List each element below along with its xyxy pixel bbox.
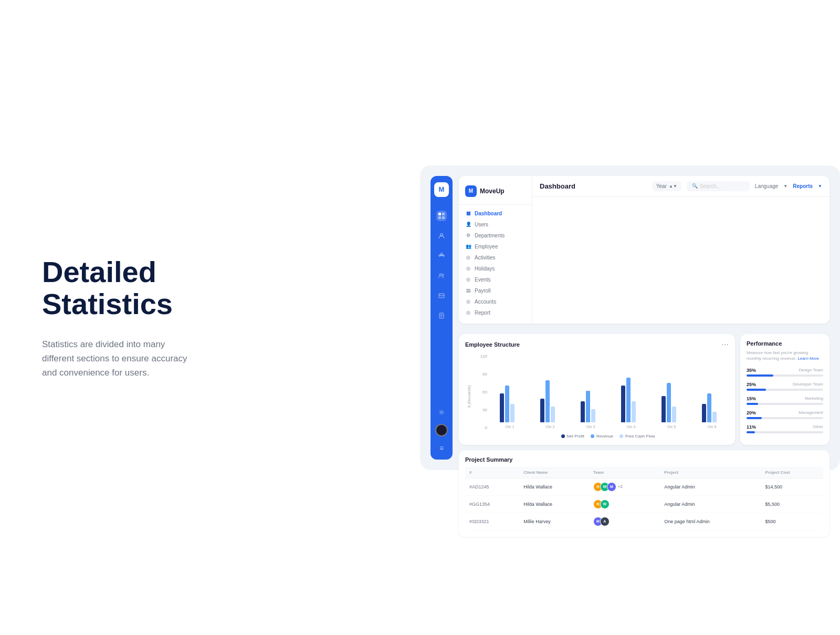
nav-brand: M MoveUp <box>459 181 532 205</box>
emp-nav-icon: 👥 <box>465 244 471 249</box>
nav-item-activities[interactable]: ◎ Activities <box>459 252 532 263</box>
row-3-project: One page html Admin <box>660 513 761 530</box>
svg-point-17 <box>440 411 443 413</box>
nav-item-dashboard[interactable]: ▦ Dashboard <box>459 208 532 219</box>
page-wrapper: Detailed Statistics Statistics are divid… <box>0 0 840 635</box>
bar-group-1: Otc 1 <box>500 386 514 429</box>
legend-revenue: Revenue <box>591 434 613 439</box>
bar-rev-1 <box>505 386 509 422</box>
sidebar-logo: M <box>434 182 449 197</box>
year-filter[interactable]: Year ▲▼ <box>652 181 681 191</box>
y-axis: 120 90 60 30 0 <box>472 354 487 439</box>
dashboard-card: M ≡ <box>420 165 840 470</box>
col-client: Client Name <box>519 467 589 478</box>
table-section: Project Summary # Client Name Team Proje… <box>459 450 830 537</box>
row-3-team: M A <box>589 513 660 530</box>
bar-fcf-4 <box>632 401 636 422</box>
nav-sidebar: M MoveUp ▦ Dashboard 👤 Users ⚙ Departmen… <box>459 176 532 324</box>
nav-item-events[interactable]: ◎ Events <box>459 274 532 285</box>
perf-item-design: 35% Design Team <box>747 368 823 377</box>
perf-bar-bg-dev <box>747 389 823 391</box>
nav-item-report[interactable]: ◎ Report <box>459 307 532 318</box>
perf-bar-fill-management <box>747 417 762 419</box>
bar-group-5: Otc 5 <box>662 383 676 429</box>
sidebar-icon-users[interactable] <box>436 231 447 241</box>
avatar-2-2: W <box>600 499 610 509</box>
legend-dot-rev <box>591 434 594 438</box>
bar-net-6 <box>702 404 706 422</box>
bar-set-2 <box>540 380 555 422</box>
bar-fcf-3 <box>591 409 595 422</box>
language-selector[interactable]: Language <box>755 183 779 189</box>
nav-brand-icon: M <box>465 185 477 197</box>
row-1-client: Hilda Wallace <box>519 478 589 495</box>
nav-item-users[interactable]: 👤 Users <box>459 219 532 230</box>
avatar-3-2: A <box>600 517 610 526</box>
svg-point-11 <box>442 274 444 275</box>
sidebar-avatar[interactable] <box>435 424 448 436</box>
nav-item-departments[interactable]: ⚙ Departments <box>459 230 532 241</box>
sidebar-icon-settings[interactable] <box>436 407 447 418</box>
bar-rev-2 <box>545 380 550 422</box>
bar-label-1: Otc 1 <box>506 425 514 429</box>
perf-item-dev: 25% Developer Team <box>747 382 823 391</box>
dashboard-nav-icon: ▦ <box>465 211 471 216</box>
sidebar-icon-docs[interactable] <box>436 310 447 321</box>
learn-more-link[interactable]: Learn More <box>797 356 819 361</box>
nav-item-accounts[interactable]: ◎ Accounts <box>459 296 532 307</box>
table-title: Project Summary <box>465 456 823 463</box>
sidebar-icon-inbox[interactable] <box>436 290 447 301</box>
bar-set-6 <box>702 393 717 422</box>
chart-menu-icon[interactable]: ⋯ <box>721 340 729 349</box>
perf-bar-fill-other <box>747 431 755 433</box>
legend-dot-net <box>561 434 565 438</box>
bar-rev-5 <box>667 383 671 422</box>
y-axis-label: $ (thousands) <box>467 385 471 408</box>
performance-section: Performance Measure how fast you're grow… <box>740 334 830 445</box>
row-1-team: H W M +2 <box>589 478 660 495</box>
row-1-project: Angular Admin <box>660 478 761 495</box>
perf-title: Performance <box>747 340 823 347</box>
nav-brand-name: MoveUp <box>480 188 505 195</box>
bar-set-5 <box>662 383 676 422</box>
chart-header: Employee Structure ⋯ <box>465 340 729 349</box>
bar-net-2 <box>540 399 544 422</box>
bar-label-5: Otc 5 <box>667 425 676 429</box>
sidebar-icon-employee[interactable] <box>436 270 447 281</box>
bar-set-3 <box>581 391 595 422</box>
nav-item-employee[interactable]: 👥 Employee <box>459 241 532 252</box>
top-bar: Dashboard Year ▲▼ 🔍 Search... Language ▼… <box>532 176 830 197</box>
legend-dot-fcf <box>620 434 623 438</box>
perf-item-marketing: 15% Marketing <box>747 396 823 405</box>
perf-bar-fill-marketing <box>747 403 758 405</box>
bar-set-1 <box>500 386 514 422</box>
row-3-cost: $500 <box>761 513 823 530</box>
table-head: # Client Name Team Project Project Cost <box>465 467 823 478</box>
acc-nav-icon: ◎ <box>465 299 471 304</box>
chart-title: Employee Structure <box>465 341 520 348</box>
bar-fcf-6 <box>712 412 717 422</box>
perf-item-other: 11% Other <box>747 424 823 433</box>
col-team: Team <box>589 467 660 478</box>
perf-bar-bg-other <box>747 431 823 433</box>
reports-button[interactable]: Reports <box>793 183 813 189</box>
chart-bars-container: Otc 1 Otc 2 <box>487 354 729 439</box>
nav-item-payroll[interactable]: ▤ Payroll <box>459 285 532 296</box>
search-bar[interactable]: 🔍 Search... <box>687 181 750 191</box>
perf-bar-fill-design <box>747 374 773 377</box>
svg-rect-0 <box>438 213 441 215</box>
perf-bar-fill-dev <box>747 389 766 391</box>
project-table: # Client Name Team Project Project Cost … <box>465 467 823 530</box>
row-2-project: Angular Admin <box>660 495 761 513</box>
perf-bar-bg-design <box>747 374 823 377</box>
sidebar-icon-dashboard[interactable] <box>436 211 447 221</box>
pay-nav-icon: ▤ <box>465 288 471 293</box>
nav-item-holidays[interactable]: ◎ Holidays <box>459 263 532 274</box>
bar-label-3: Otc 3 <box>586 425 595 429</box>
col-id: # <box>465 467 519 478</box>
sidebar-icon-dept[interactable] <box>436 251 447 261</box>
col-project: Project <box>660 467 761 478</box>
evt-nav-icon: ◎ <box>465 277 471 282</box>
sidebar-icon-menu[interactable]: ≡ <box>436 443 447 453</box>
legend-net-profit: Net Profit <box>561 434 584 439</box>
